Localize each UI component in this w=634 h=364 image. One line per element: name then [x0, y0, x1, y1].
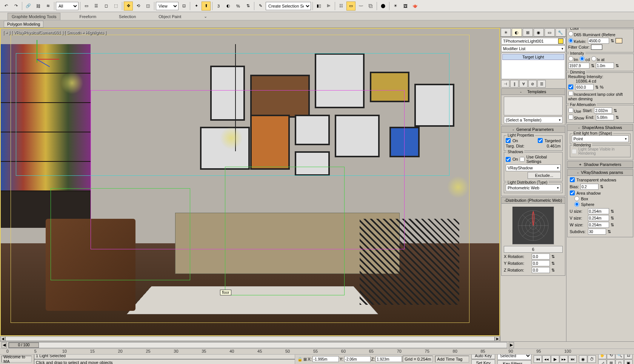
light-targeted-checkbox[interactable]: Targeted: [538, 138, 561, 143]
light-on-checkbox[interactable]: On: [506, 138, 518, 143]
redo-button[interactable]: ↷: [11, 2, 20, 11]
dimming-spinner[interactable]: 650.0: [576, 84, 594, 90]
kelvin-swatch[interactable]: [616, 38, 622, 43]
dimming-checkbox[interactable]: [568, 84, 574, 90]
z-rotation-spinner[interactable]: 0.0: [532, 267, 550, 273]
select-move-button[interactable]: ✥: [124, 2, 133, 11]
schematic-view-button[interactable]: ⿻: [366, 2, 375, 11]
light-distribution-dropdown[interactable]: Photometric Web: [506, 184, 561, 191]
modifier-stack[interactable]: Target Light: [501, 53, 565, 79]
template-select-dropdown[interactable]: (Select a Template): [504, 117, 563, 123]
lm-radio[interactable]: lm: [568, 56, 579, 62]
x-rotation-spinner[interactable]: 0.0: [532, 253, 550, 260]
make-unique-icon[interactable]: ∀: [519, 80, 528, 88]
select-scale-button[interactable]: ◫: [143, 2, 152, 11]
fov-icon[interactable]: ◿: [598, 359, 606, 364]
render-setup-button[interactable]: ☀: [391, 2, 400, 11]
intensity-dist-spinner[interactable]: 1.0m: [596, 63, 614, 69]
rollout-general-header[interactable]: - General Parameters: [502, 126, 565, 133]
incandescent-checkbox[interactable]: Incandescent lamp color shift when dimmi…: [568, 91, 632, 101]
keyboard-shortcut-button[interactable]: ⬆: [202, 2, 211, 11]
rollout-templates-header[interactable]: - Templates: [502, 89, 565, 95]
object-name-field[interactable]: TPhotometricLight001: [501, 38, 565, 45]
edit-named-sel-button[interactable]: ✎: [256, 2, 265, 11]
ribbon-tab-freeform[interactable]: Freeform: [75, 13, 100, 20]
prev-frame-icon[interactable]: ◂◂: [542, 355, 551, 363]
modifier-list-dropdown[interactable]: Modifier List: [501, 45, 565, 52]
rollout-vrayshadows-header[interactable]: - VRayShadows params: [568, 169, 633, 176]
coord-display-icon[interactable]: ⊞: [303, 357, 307, 362]
align-button[interactable]: ⊫: [324, 2, 333, 11]
transparent-shadows-checkbox[interactable]: Transparent shadows: [570, 177, 616, 182]
named-selection-dropdown[interactable]: Create Selection Se: [266, 2, 311, 10]
key-mode-icon[interactable]: ◉: [579, 355, 587, 363]
select-manipulate-button[interactable]: ✦: [192, 2, 201, 11]
ref-coord-dropdown[interactable]: View: [156, 2, 179, 10]
scroll-right-icon[interactable]: ▶: [495, 336, 500, 341]
atten-use-checkbox[interactable]: Use: [568, 108, 582, 114]
window-crossing-button[interactable]: ⬚: [111, 2, 120, 11]
viewport-camera[interactable]: [ + ] [ VRayPhysicalCamera001 ] [ Smooth…: [0, 28, 500, 336]
intensity-spinner[interactable]: 1597.9: [568, 63, 589, 69]
select-object-button[interactable]: ▭: [82, 2, 91, 11]
maxscript-listener[interactable]: Welcome to MA: [2, 356, 32, 362]
exclude-button[interactable]: Exclude...: [528, 172, 560, 179]
selection-filter-dropdown[interactable]: All: [56, 2, 78, 10]
time-slider-handle[interactable]: 0 / 100: [9, 342, 39, 348]
ribbon-tab-graphite[interactable]: Graphite Modeling Tools: [8, 13, 60, 20]
stack-item-target-light[interactable]: Target Light: [502, 54, 564, 60]
key-filters-button[interactable]: Key Filters...: [497, 360, 531, 364]
coord-z-field[interactable]: 1.923m: [375, 356, 402, 362]
scroll-left-icon[interactable]: ◀: [0, 336, 5, 341]
lx-radio[interactable]: lx at: [591, 56, 605, 62]
rollout-shadow-params-header[interactable]: + Shadow Parameters: [568, 161, 633, 168]
viewport-label[interactable]: [ + ] [ VRayPhysicalCamera001 ] [ Smooth…: [3, 30, 106, 35]
subdivs-spinner[interactable]: 30: [588, 229, 606, 235]
v-size-spinner[interactable]: 0.254m: [588, 215, 609, 221]
ribbon-minimize-icon[interactable]: ⌄: [200, 13, 211, 20]
mirror-button[interactable]: ▮▯: [314, 2, 323, 11]
w-size-spinner[interactable]: 0.254m: [588, 222, 609, 228]
coord-x-field[interactable]: -1.995m: [312, 356, 339, 362]
next-frame-icon[interactable]: ▸▸: [560, 355, 568, 363]
rendered-frame-button[interactable]: 🖼: [401, 2, 410, 11]
time-prev-icon[interactable]: ◀: [2, 342, 7, 348]
kelvin-spinner[interactable]: 4500.0: [588, 38, 609, 44]
render-button[interactable]: 🫖: [411, 2, 420, 11]
display-tab-icon[interactable]: ▭: [545, 28, 555, 37]
u-size-spinner[interactable]: 0.254m: [588, 208, 609, 214]
select-by-name-button[interactable]: ☰: [92, 2, 101, 11]
hierarchy-tab-icon[interactable]: ⊞: [523, 28, 533, 37]
coord-y-field[interactable]: -2.06m: [344, 356, 371, 362]
use-pivot-button[interactable]: ⊡: [179, 2, 188, 11]
transform-gizmo[interactable]: [29, 40, 67, 78]
time-slider-track[interactable]: 0 / 100: [8, 342, 507, 348]
filter-color-swatch[interactable]: [591, 45, 602, 50]
ribbon-tab-selection[interactable]: Selection: [115, 13, 140, 20]
curve-editor-button[interactable]: 〰: [356, 2, 365, 11]
lock-selection-icon[interactable]: 🔒: [297, 357, 303, 362]
show-end-result-icon[interactable]: ∥: [510, 80, 519, 88]
shape-visible-checkbox[interactable]: Light Shape Visible in Rendering: [572, 147, 629, 155]
material-editor-button[interactable]: ⬤: [379, 2, 388, 11]
remove-modifier-icon[interactable]: ⊘: [528, 80, 537, 88]
sphere-radio[interactable]: Sphere: [574, 202, 594, 207]
ribbon-tab-objectpaint[interactable]: Object Paint: [155, 13, 185, 20]
link-button[interactable]: 🔗: [24, 2, 33, 11]
undo-button[interactable]: ↶: [2, 2, 11, 11]
angle-snap-button[interactable]: ◐: [224, 2, 233, 11]
object-color-swatch[interactable]: [558, 38, 563, 44]
atten-end-spinner[interactable]: 5.08m: [596, 114, 614, 120]
graphite-ribbon-button[interactable]: ▭: [346, 2, 355, 11]
box-radio[interactable]: Box: [574, 196, 588, 201]
rollout-shape-shadows-header[interactable]: - Shape/Area Shadows: [568, 124, 633, 131]
pin-stack-icon[interactable]: ⊣: [501, 80, 509, 88]
sub-ribbon-polygon[interactable]: Polygon Modeling: [4, 21, 43, 28]
unlink-button[interactable]: ⛓: [34, 2, 43, 11]
emit-shape-dropdown[interactable]: Point: [572, 135, 629, 142]
time-next-icon[interactable]: ▶: [509, 342, 514, 348]
bind-button[interactable]: ≋: [43, 2, 52, 11]
create-tab-icon[interactable]: ✳: [501, 28, 511, 37]
max-toggle-icon[interactable]: ▣: [624, 359, 632, 364]
spinner-snap-button[interactable]: ⇅: [243, 2, 252, 11]
